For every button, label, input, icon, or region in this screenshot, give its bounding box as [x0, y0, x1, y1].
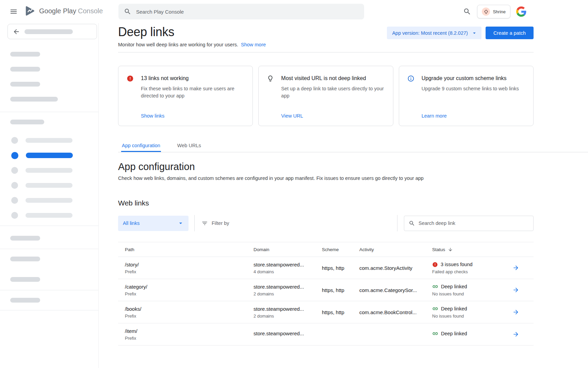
card-body: Set up a deep link to take users directl… — [281, 85, 385, 99]
play-console-logo[interactable]: Google PlayConsole — [24, 6, 103, 16]
page-title: Deep links — [118, 25, 266, 39]
domain-value: store.steampowered... — [254, 331, 322, 336]
google-g-icon — [516, 6, 526, 17]
app-version-dropdown[interactable]: App version: Most recent (8.2.027) — [387, 27, 481, 39]
search-button[interactable] — [463, 7, 471, 16]
sort-descending-icon — [448, 247, 453, 252]
deep-link-search[interactable] — [404, 216, 534, 231]
divider — [0, 290, 98, 290]
learn-more-link[interactable]: Learn more — [422, 113, 525, 119]
sidebar-menu-item[interactable] — [0, 163, 98, 178]
sidebar-menu-item-active[interactable] — [0, 148, 98, 163]
table-row[interactable]: /books/ Prefix store.steampowered... 2 d… — [118, 301, 534, 323]
divider — [194, 215, 195, 231]
skeleton-bar — [24, 29, 73, 34]
activity-value: com.acme.StoryActivity — [359, 265, 432, 271]
back-navigation[interactable] — [7, 24, 97, 39]
activity-value: com.acme.BookControl... — [359, 309, 432, 315]
open-row-arrow-icon[interactable] — [512, 264, 519, 271]
skeleton-bar — [26, 213, 72, 218]
search-icon — [463, 7, 471, 16]
sidebar-menu-item[interactable] — [0, 208, 98, 223]
sidebar-section-label — [0, 120, 98, 124]
sidebar-menu — [0, 133, 98, 223]
open-row-arrow-icon[interactable] — [512, 331, 519, 338]
sidebar-menu-item[interactable] — [0, 178, 98, 193]
filter-by-button[interactable]: Filter by — [201, 220, 229, 227]
sidebar-skeleton-group — [0, 236, 98, 241]
divider — [0, 112, 98, 112]
app-switcher-chip[interactable]: Shrine — [477, 5, 510, 18]
hamburger-icon — [10, 7, 18, 16]
skeleton-bar — [26, 183, 72, 188]
sidebar — [0, 23, 99, 368]
column-header-path: Path — [125, 247, 254, 252]
table-header-row: Path Domain Scheme Activity Status — [118, 242, 534, 257]
skeleton-bar — [26, 198, 72, 203]
status-value: 3 issues found — [441, 262, 473, 267]
section-description: Check how web links, domains, and custom… — [118, 175, 534, 181]
menu-item-icon — [11, 137, 18, 144]
table-row[interactable]: /category/ Prefix store.steampowered... … — [118, 279, 534, 301]
sidebar-menu-item[interactable] — [0, 193, 98, 208]
table-row[interactable]: /item/ Prefix store.steampowered... Deep… — [118, 323, 534, 346]
scheme-value: https, http — [322, 265, 359, 271]
status-detail: No issues found — [432, 313, 512, 319]
path-type: Prefix — [125, 313, 254, 319]
scheme-value: https, http — [322, 287, 359, 293]
google-account-avatar[interactable] — [516, 6, 526, 17]
path-value: /category/ — [125, 284, 254, 290]
create-patch-button[interactable]: Create a patch — [486, 27, 534, 39]
divider — [0, 249, 98, 249]
skeleton-bar — [10, 52, 40, 57]
deep-link-search-input[interactable] — [419, 220, 529, 226]
tab-bar: App configuration Web URLs — [118, 139, 588, 152]
search-icon — [124, 8, 131, 15]
divider — [118, 52, 534, 52]
status-detail: No issues found — [432, 291, 512, 296]
card-upgrade-scheme-links: Upgrade your custom scheme links Upgrade… — [399, 66, 534, 126]
link-icon — [432, 331, 438, 337]
table-row[interactable]: /story/ Prefix store.steampowered... 4 d… — [118, 257, 534, 279]
status-value: Deep linked — [441, 331, 467, 336]
open-row-arrow-icon[interactable] — [512, 287, 519, 293]
card-most-visited-url: Most visited URL is not deep linked Set … — [258, 66, 393, 126]
links-filter-select[interactable]: All links — [118, 216, 189, 231]
domain-value: store.steampowered... — [254, 284, 322, 290]
global-search[interactable] — [118, 4, 364, 19]
shrine-app-icon — [482, 7, 490, 16]
tab-app-configuration[interactable]: App configuration — [121, 139, 161, 152]
sidebar-menu-item[interactable] — [0, 133, 98, 148]
divider — [397, 215, 397, 231]
skeleton-bar — [10, 277, 40, 282]
show-more-link[interactable]: Show more — [241, 42, 266, 47]
play-console-logo-icon — [24, 6, 36, 16]
menu-button[interactable] — [10, 7, 18, 16]
card-links-not-working: 13 links not working Fix these web links… — [118, 66, 253, 126]
menu-item-icon — [11, 152, 18, 159]
divider — [0, 310, 98, 310]
open-row-arrow-icon[interactable] — [512, 309, 519, 316]
web-links-table: Path Domain Scheme Activity Status /stor… — [118, 242, 534, 346]
global-search-input[interactable] — [136, 9, 359, 15]
column-header-activity: Activity — [359, 247, 432, 252]
page-subtitle: Monitor how well deep links are working … — [118, 42, 238, 47]
show-links-link[interactable]: Show links — [141, 113, 244, 119]
menu-item-icon — [11, 182, 18, 189]
column-header-status[interactable]: Status — [432, 247, 512, 252]
path-value: /story/ — [125, 262, 254, 267]
path-value: /item/ — [125, 328, 254, 334]
column-header-scheme: Scheme — [322, 247, 359, 252]
chevron-down-icon — [471, 30, 477, 36]
path-type: Prefix — [125, 336, 254, 341]
filter-by-label: Filter by — [212, 220, 229, 226]
tab-web-urls[interactable]: Web URLs — [177, 139, 202, 152]
column-header-domain: Domain — [254, 247, 322, 252]
view-url-link[interactable]: View URL — [281, 113, 385, 119]
domain-count: 2 domains — [254, 313, 322, 319]
status-value: Deep linked — [441, 284, 467, 289]
card-title: 13 links not working — [141, 75, 189, 81]
skeleton-bar — [26, 138, 72, 143]
path-value: /books/ — [125, 306, 254, 312]
domain-count: 2 domains — [254, 291, 322, 296]
